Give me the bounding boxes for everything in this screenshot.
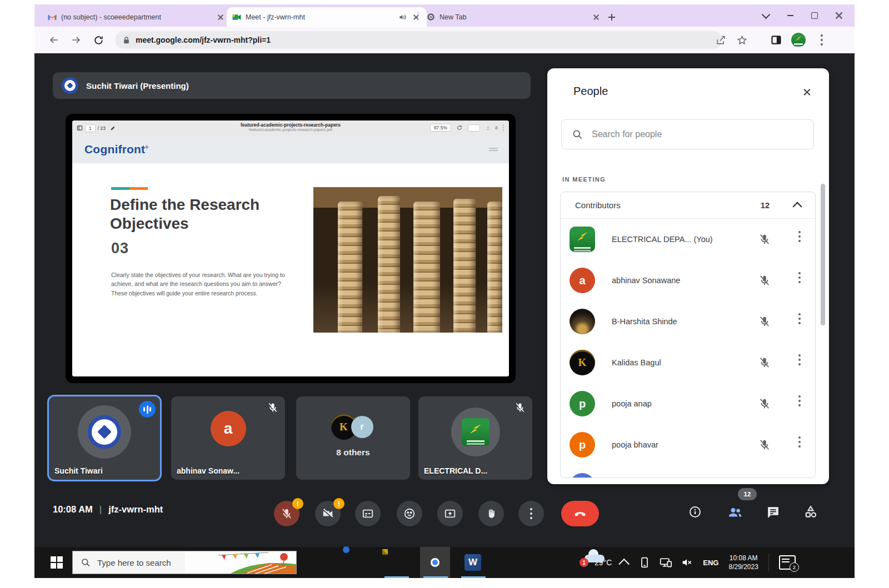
- camera-button-off[interactable]: !: [315, 501, 341, 526]
- people-search[interactable]: [561, 119, 814, 149]
- mic-off-icon[interactable]: [758, 274, 771, 287]
- clock[interactable]: 10:08 AM 8/29/2023: [728, 554, 758, 571]
- back-button[interactable]: [47, 33, 61, 47]
- pdf-rotate-icon[interactable]: [457, 125, 462, 130]
- participant-row: p pooja bhavar: [561, 424, 815, 465]
- tab-gmail[interactable]: (no subject) - scoeeedepartment: [42, 7, 231, 27]
- mic-off-icon[interactable]: [758, 233, 771, 245]
- minimize-button[interactable]: [778, 4, 802, 27]
- mic-off-icon[interactable]: [758, 315, 771, 328]
- taskbar-search[interactable]: Type here to search: [72, 551, 297, 574]
- pdf-zoom-level[interactable]: 67.5%: [430, 124, 451, 132]
- tile-suchit-tiwari[interactable]: Suchit Tiwari: [49, 396, 160, 480]
- mic-button-muted[interactable]: !: [274, 501, 299, 526]
- others-count-label: 8 others: [296, 448, 410, 458]
- presenter-name: Suchit Tiwari (Presenting): [86, 81, 189, 91]
- meet-icon: [232, 13, 241, 21]
- side-panel-icon[interactable]: [769, 33, 783, 47]
- avatar-ring: [78, 405, 131, 459]
- collapse-chevron-icon[interactable]: [793, 202, 802, 211]
- mic-off-icon[interactable]: [758, 356, 771, 369]
- tab-close-button[interactable]: [216, 12, 226, 22]
- meet-stage: Suchit Tiwari (Presenting) 1 / 23 featur…: [34, 53, 855, 547]
- phone-link-icon[interactable]: [640, 557, 650, 568]
- forward-button[interactable]: [69, 33, 83, 47]
- kalidas-avatar: K: [570, 350, 595, 375]
- new-tab-button[interactable]: [605, 10, 619, 24]
- participant-menu-button[interactable]: [798, 313, 801, 324]
- maximize-button[interactable]: [802, 4, 827, 27]
- present-button[interactable]: [437, 501, 463, 526]
- tab-search-chevron-button[interactable]: [753, 4, 778, 27]
- word-icon[interactable]: W: [465, 554, 481, 571]
- participant-menu-button[interactable]: [798, 272, 801, 283]
- media-app-icon[interactable]: [350, 554, 367, 571]
- tray-chevron-up-icon[interactable]: [619, 559, 630, 570]
- people-panel-icon-active[interactable]: [727, 504, 743, 520]
- participant-name: pooja anap: [612, 383, 652, 424]
- meeting-details-icon[interactable]: [687, 504, 703, 520]
- notification-center-icon[interactable]: 2: [779, 555, 796, 570]
- contributors-header[interactable]: Contributors 12: [561, 192, 815, 219]
- pdf-fit-icon[interactable]: [468, 124, 480, 132]
- people-search-input[interactable]: [591, 129, 803, 140]
- bookmark-star-icon[interactable]: [735, 33, 749, 47]
- language-label[interactable]: ENG: [703, 559, 718, 567]
- group-label: Contributors: [575, 200, 761, 210]
- chat-icon[interactable]: [765, 504, 781, 520]
- harshita-avatar: [570, 309, 595, 334]
- abhinav-avatar: a: [570, 268, 595, 293]
- tile-abhinav[interactable]: a abhinav Sonaw...: [171, 396, 285, 480]
- tray-divider: [768, 554, 769, 571]
- mic-off-icon[interactable]: [758, 439, 771, 451]
- tile-others[interactable]: K r 8 others: [296, 396, 410, 480]
- participant-name: B-Harshita Shinde: [612, 301, 677, 342]
- mic-off-icon[interactable]: [758, 398, 771, 410]
- mic-alert-badge: !: [292, 498, 303, 509]
- volume-muted-icon[interactable]: [682, 557, 693, 567]
- tray-date: 8/29/2023: [728, 563, 758, 571]
- tab-close-button[interactable]: [411, 12, 421, 22]
- end-call-button[interactable]: [561, 501, 599, 526]
- pdf-print-icon[interactable]: [494, 125, 499, 130]
- sticky-notes-icon[interactable]: [388, 555, 404, 571]
- participant-menu-button[interactable]: [798, 395, 801, 406]
- captions-button[interactable]: [355, 501, 381, 526]
- suchit-avatar: [88, 415, 121, 449]
- tab-audio-icon[interactable]: [398, 13, 407, 21]
- participant-menu-button[interactable]: [798, 231, 801, 242]
- contributors-card: Contributors 12 ELECTRICAL DEPA... (You)…: [560, 192, 816, 478]
- more-options-button[interactable]: [518, 501, 544, 526]
- tab-title: Meet - jfz-vwrn-mht: [246, 13, 394, 21]
- pooja-anap-avatar: p: [570, 391, 595, 416]
- participant-menu-button[interactable]: [798, 354, 801, 365]
- tile-electrical-dept[interactable]: ELECTRICAL D...: [418, 396, 532, 480]
- profile-avatar[interactable]: [791, 33, 806, 47]
- start-button[interactable]: [42, 547, 71, 578]
- network-icon[interactable]: [660, 557, 672, 567]
- edge-icon[interactable]: [312, 554, 329, 571]
- address-bar[interactable]: meet.google.com/jfz-vwrn-mht?pli=1: [115, 31, 722, 49]
- share-icon[interactable]: [713, 33, 728, 47]
- pdf-more-icon[interactable]: [503, 125, 504, 131]
- pdf-toolbar-right: 67.5%: [428, 122, 505, 133]
- presentation-tile[interactable]: 1 / 23 featured-academic-projects-resear…: [66, 114, 516, 383]
- panel-close-button[interactable]: [799, 84, 815, 99]
- tab-meet-active[interactable]: Meet - jfz-vwrn-mht: [227, 7, 427, 27]
- raise-hand-button[interactable]: [478, 501, 504, 526]
- panel-scrollbar[interactable]: [821, 184, 825, 325]
- reactions-button[interactable]: [397, 501, 422, 526]
- chrome-icon[interactable]: [427, 554, 443, 571]
- tab-newtab[interactable]: New Tab: [421, 7, 607, 27]
- search-icon: [572, 129, 583, 140]
- reload-button[interactable]: [91, 33, 106, 47]
- activities-icon[interactable]: [803, 504, 818, 520]
- running-indicator: [423, 576, 448, 578]
- audio-activity-icon: [139, 401, 156, 418]
- close-window-button[interactable]: [827, 4, 851, 27]
- participant-row: B-Harshita Shinde: [561, 301, 815, 342]
- participant-menu-button[interactable]: [798, 436, 801, 448]
- tab-close-button[interactable]: [591, 12, 601, 22]
- pdf-download-icon[interactable]: [486, 125, 491, 130]
- browser-menu-icon[interactable]: [815, 33, 829, 47]
